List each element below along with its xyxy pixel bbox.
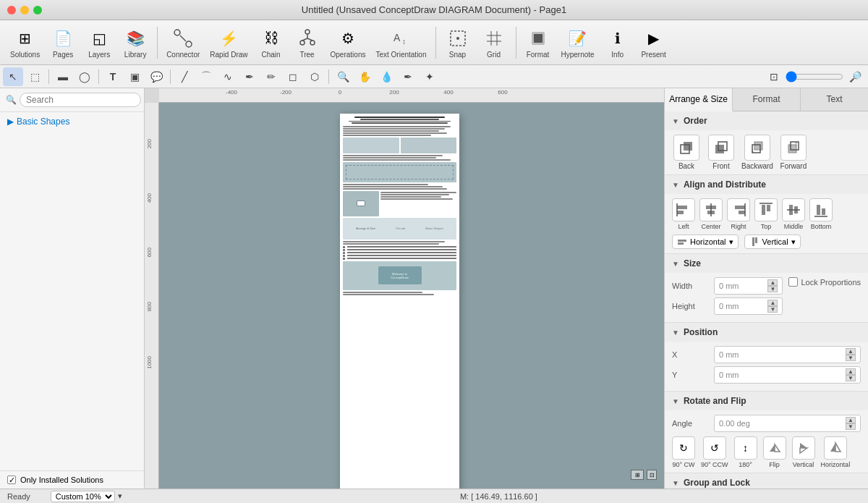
toolbar-present[interactable]: ▶ Present bbox=[637, 24, 671, 62]
width-stepper[interactable]: ▲ ▼ bbox=[767, 279, 778, 292]
group-lock-header[interactable]: ▼ Group and Lock bbox=[665, 473, 868, 489]
toolbar-layers[interactable]: ◱ Layers bbox=[82, 24, 116, 62]
lock-proportions-checkbox[interactable] bbox=[788, 277, 798, 287]
width-input[interactable]: 0 mm ▲ ▼ bbox=[714, 277, 783, 295]
select-tool[interactable]: ↖ bbox=[3, 67, 23, 86]
zoom-select[interactable]: Custom 10% 25% 50% 75% 100% 150% 200% bbox=[51, 491, 115, 502]
eyedrop-tool[interactable]: 💧 bbox=[376, 67, 396, 86]
canvas-area[interactable]: -400 -200 0 200 400 600 200 400 600 800 … bbox=[145, 88, 664, 489]
tab-arrange-size[interactable]: Arrange & Size bbox=[665, 88, 733, 111]
basic-shapes-toggle[interactable]: ▶ Basic Shapes bbox=[7, 117, 137, 127]
lock-proportions[interactable]: Lock Proportions bbox=[788, 277, 861, 287]
order-header[interactable]: ▼ Order bbox=[665, 111, 868, 130]
rotate-90ccw-button[interactable]: ↺ 90° CCW bbox=[701, 436, 728, 468]
star-tool[interactable]: ✦ bbox=[420, 67, 440, 86]
curve-tool[interactable]: ∿ bbox=[218, 67, 238, 86]
y-input[interactable]: 0 mm ▲ ▼ bbox=[714, 366, 861, 384]
x-input[interactable]: 0 mm ▲ ▼ bbox=[714, 346, 861, 363]
box-select-tool[interactable]: ⬚ bbox=[25, 67, 45, 86]
width-up[interactable]: ▲ bbox=[767, 279, 778, 286]
width-down[interactable]: ▼ bbox=[767, 286, 778, 292]
hand-tool[interactable]: ✋ bbox=[354, 67, 375, 86]
position-header[interactable]: ▼ Position bbox=[665, 323, 868, 342]
toolbar-operations[interactable]: ⚙ Operations bbox=[326, 24, 370, 62]
toolbar-connector[interactable]: Connector bbox=[162, 24, 204, 62]
hypernote-label: Hypernote bbox=[561, 51, 595, 59]
ellipse-tool[interactable]: ◯ bbox=[75, 67, 95, 86]
rotate-header[interactable]: ▼ Rotate and Flip bbox=[665, 392, 868, 410]
backward-button[interactable]: ↓ Backward bbox=[741, 135, 773, 170]
pencil-tool[interactable]: ✏ bbox=[261, 67, 281, 86]
flip-vertical-button[interactable]: Vertical bbox=[792, 436, 815, 468]
toolbar-solutions[interactable]: ⊞ Solutions bbox=[6, 24, 44, 62]
arc-tool[interactable]: ⌒ bbox=[196, 67, 216, 86]
toolbar-pages[interactable]: 📄 Pages bbox=[46, 24, 80, 62]
poly-tool[interactable]: ⬡ bbox=[305, 67, 325, 86]
y-up[interactable]: ▲ bbox=[846, 368, 856, 375]
order-content: Back Front ↓ Backward bbox=[665, 130, 868, 174]
rect-tool[interactable]: ▬ bbox=[53, 67, 73, 86]
forward-button[interactable]: ↑ Forward bbox=[779, 135, 808, 170]
toolbar-chain[interactable]: ⛓ Chain bbox=[254, 24, 289, 62]
toolbar-tree[interactable]: Tree bbox=[290, 24, 325, 62]
align-top-button[interactable]: Top bbox=[754, 198, 778, 230]
pen-tool[interactable]: ✒ bbox=[239, 67, 260, 86]
x-up[interactable]: ▲ bbox=[846, 348, 856, 355]
toolbar-info[interactable]: ℹ Info bbox=[600, 24, 635, 62]
flip-horizontal-button[interactable]: Horizontal bbox=[821, 436, 851, 468]
height-input[interactable]: 0 mm ▲ ▼ bbox=[714, 297, 783, 315]
toolbar-snap[interactable]: Snap bbox=[441, 24, 475, 62]
ruler-mark-neg200: -200 bbox=[280, 89, 292, 96]
toolbar-rapid-draw[interactable]: ⚡ Rapid Draw bbox=[205, 24, 252, 62]
angle-stepper[interactable]: ▲ ▼ bbox=[846, 417, 856, 430]
tab-format[interactable]: Format bbox=[733, 88, 801, 111]
close-button[interactable] bbox=[7, 6, 16, 14]
align-right-button[interactable]: Right bbox=[727, 198, 750, 230]
y-down[interactable]: ▼ bbox=[846, 375, 856, 381]
toolbar-text-orientation[interactable]: A↕ Text Orientation bbox=[371, 24, 430, 62]
tab-text[interactable]: Text bbox=[801, 88, 868, 111]
x-down[interactable]: ▼ bbox=[846, 355, 856, 361]
text-box-tool[interactable]: ▣ bbox=[124, 67, 145, 86]
rotate-90cw-button[interactable]: ↻ 90° CW bbox=[672, 436, 695, 468]
back-button[interactable]: Back bbox=[672, 135, 701, 170]
svg-rect-44 bbox=[817, 205, 820, 215]
eraser-tool[interactable]: ◻ bbox=[283, 67, 303, 86]
vertical-dropdown[interactable]: Vertical ▾ bbox=[744, 234, 801, 249]
x-stepper[interactable]: ▲ ▼ bbox=[846, 348, 856, 361]
horizontal-dropdown[interactable]: Horizontal ▾ bbox=[672, 234, 739, 249]
y-stepper[interactable]: ▲ ▼ bbox=[846, 368, 856, 381]
align-middle-button[interactable]: Middle bbox=[782, 198, 805, 230]
front-button[interactable]: Front bbox=[707, 135, 736, 170]
align-header[interactable]: ▼ Align and Distribute bbox=[665, 175, 868, 194]
toolbar-format[interactable]: Format bbox=[521, 24, 556, 62]
search-input[interactable] bbox=[20, 93, 141, 107]
align-center-button[interactable]: Center bbox=[699, 198, 723, 230]
height-down[interactable]: ▼ bbox=[767, 306, 778, 313]
zoom-in-tool[interactable]: 🔍 bbox=[333, 67, 353, 86]
align-bottom-button[interactable]: Bottom bbox=[809, 198, 833, 230]
angle-up[interactable]: ▲ bbox=[846, 417, 856, 423]
text-tool[interactable]: T bbox=[103, 67, 123, 86]
zoom-slider[interactable] bbox=[786, 71, 843, 83]
angle-input[interactable]: 0.00 deg ▲ ▼ bbox=[714, 415, 861, 432]
toolbar-grid[interactable]: Grid bbox=[477, 24, 511, 62]
rotate-180-button[interactable]: ↕ 180° bbox=[734, 436, 757, 468]
pen2-tool[interactable]: ✒ bbox=[398, 67, 418, 86]
size-header[interactable]: ▼ Size bbox=[665, 254, 868, 273]
zoom-box-tool[interactable]: ⊡ bbox=[764, 67, 784, 86]
toolbar-library[interactable]: 📚 Library bbox=[118, 24, 153, 62]
maximize-button[interactable] bbox=[33, 6, 42, 14]
align-left-button[interactable]: Left bbox=[672, 198, 695, 230]
x-label: X bbox=[672, 350, 708, 359]
callout-tool[interactable]: 💬 bbox=[146, 67, 166, 86]
line-tool[interactable]: ╱ bbox=[174, 67, 195, 86]
flip-button[interactable]: Flip bbox=[763, 436, 786, 468]
zoom-out-tool[interactable]: 🔎 bbox=[845, 67, 865, 86]
height-up[interactable]: ▲ bbox=[767, 300, 778, 306]
toolbar-hypernote[interactable]: 📝 Hypernote bbox=[557, 24, 599, 62]
minimize-button[interactable] bbox=[20, 6, 29, 14]
angle-down[interactable]: ▼ bbox=[846, 423, 856, 430]
height-stepper[interactable]: ▲ ▼ bbox=[767, 300, 778, 313]
only-installed-checkbox[interactable]: ✓ bbox=[7, 475, 16, 484]
